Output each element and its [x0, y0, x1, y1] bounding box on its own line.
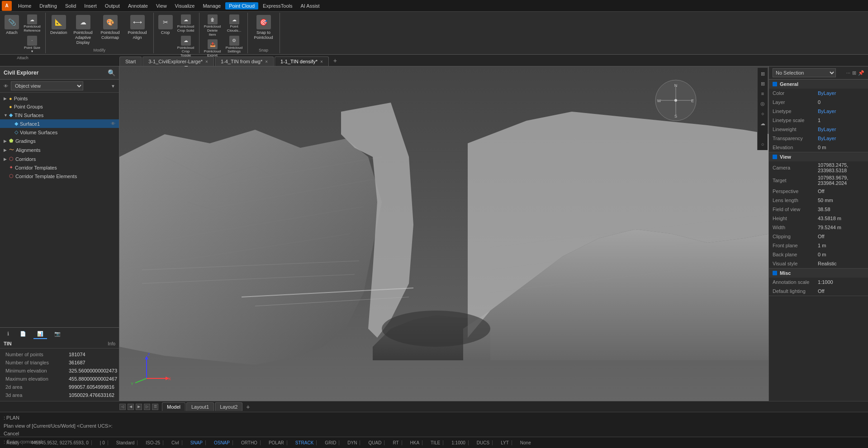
bottom-tab-doc[interactable]: 📄 — [16, 330, 30, 339]
status-quad[interactable]: QUAD — [365, 440, 384, 445]
tool-colormap[interactable]: 🎨 Pointcloud Colormap — [97, 14, 123, 42]
bottom-tab-info[interactable]: ℹ — [4, 330, 13, 339]
layout-ctrl-page[interactable]: ☰ — [152, 404, 158, 410]
tree-item-corridors[interactable]: ▶ ⬡ Corridors — [0, 155, 119, 163]
tool-align[interactable]: ⟷ Pointcloud Align — [124, 14, 151, 42]
misc-section-header[interactable]: Misc — [769, 269, 868, 278]
layout-tab-layout1[interactable]: Layout1 — [186, 402, 214, 411]
tool-btn-6[interactable]: ☁ — [759, 119, 767, 127]
status-civl[interactable]: Civl — [169, 440, 182, 445]
status-snap[interactable]: SNAP — [188, 440, 206, 445]
tree-item-volume-surfaces[interactable]: ◇ Volume Surfaces — [0, 128, 119, 137]
menu-annotate[interactable]: Annotate — [124, 2, 152, 9]
tool-crop-toggle[interactable]: ☁ Pointcloud Crop Toggle — [175, 35, 196, 59]
viewport[interactable]: N S W E Z X Y — [119, 66, 768, 401]
tool-pointcloud-ref[interactable]: ☁ Pointcloud Reference — [22, 14, 43, 34]
tree-item-alignments[interactable]: ▶ 〜 Alignments — [0, 145, 119, 155]
status-grid[interactable]: GRID — [322, 440, 339, 445]
tree-item-corridor-template-elements[interactable]: ⬡ Corridor Template Elements — [0, 172, 119, 180]
status-ducs[interactable]: DUCS — [474, 440, 493, 445]
layout-ctrl-prev[interactable]: ◁ — [119, 404, 126, 410]
status-standard[interactable]: Standard — [114, 440, 138, 445]
tool-crop[interactable]: ✂ Crop — [157, 14, 175, 37]
tool-btn-1[interactable]: ⊞ — [759, 70, 767, 78]
svg-point-31 — [674, 99, 677, 102]
tool-btn-5[interactable]: ⟐ — [759, 109, 767, 118]
layout-tab-model[interactable]: Model — [162, 402, 185, 411]
menu-aiassist[interactable]: AI Assist — [297, 2, 323, 9]
layout-ctrl-prev2[interactable]: ◀ — [128, 404, 134, 410]
general-section-header[interactable]: General — [769, 80, 868, 89]
tool-btn-7[interactable]: ○ — [759, 140, 767, 148]
tool-delete-item[interactable]: 🗑 Pointcloud Delete Item — [202, 14, 223, 38]
max-elevation-label: Maximum elevation — [5, 376, 69, 382]
tool-point-clouds[interactable]: ☁ Point Clouds... — [224, 14, 245, 34]
status-rt[interactable]: RT — [390, 440, 402, 445]
status-tile[interactable]: TILE — [428, 440, 443, 445]
tab-tin-densify[interactable]: 1-1_TIN densify* × — [275, 57, 329, 66]
menu-pointcloud[interactable]: Point Cloud — [225, 2, 258, 9]
tool-btn-2[interactable]: ⊞ — [759, 80, 767, 88]
ribbon-tools-modify: 📐 Deviation ☁ Pointcloud Adaptive Displa… — [48, 14, 151, 47]
status-strack[interactable]: STRACK — [293, 440, 317, 445]
ribbon-group-modify: 📐 Deviation ☁ Pointcloud Adaptive Displa… — [46, 13, 154, 53]
view-dropdown-icon[interactable]: ▼ — [111, 84, 115, 89]
layout-ctrl-next[interactable]: ▶ — [136, 404, 142, 410]
bottom-tab-camera[interactable]: 📷 — [51, 330, 64, 339]
menu-expresstools[interactable]: ExpressTools — [259, 2, 296, 9]
tree-item-point-groups[interactable]: ● Point Groups — [0, 103, 119, 111]
layout-ctrl-next2[interactable]: ▷ — [144, 404, 150, 410]
layout-tab-add[interactable]: + — [243, 403, 252, 410]
menu-manage[interactable]: Manage — [199, 2, 224, 9]
tool-adaptive-display[interactable]: ☁ Pointcloud Adaptive Display — [70, 14, 96, 46]
surface1-visibility-icon[interactable]: 👁 — [111, 121, 115, 126]
tool-crop-solid[interactable]: ☁ Pointcloud Crop Solid — [175, 14, 196, 34]
point-size-icon: · — [27, 36, 37, 46]
explorer-search-button[interactable]: 🔍 — [108, 69, 115, 76]
tree-item-tin-surfaces[interactable]: ▼ ◆ TIN Surfaces — [0, 111, 119, 119]
status-dyn[interactable]: DYN — [345, 440, 360, 445]
tool-point-size[interactable]: · Point Size ▾ — [22, 35, 43, 55]
tree-item-points[interactable]: ▶ ● Points — [0, 94, 119, 103]
menu-insert[interactable]: Insert — [81, 2, 100, 9]
tab-tin-densify-close[interactable]: × — [320, 59, 323, 64]
bottom-tab-chart[interactable]: 📊 — [33, 330, 47, 339]
right-panel-expand-btn[interactable]: ⊞ — [852, 70, 856, 76]
selection-dropdown[interactable]: No Selection — [773, 68, 836, 77]
menu-home[interactable]: Home — [14, 2, 35, 9]
tool-export[interactable]: 📤 Pointcloud Export — [202, 38, 223, 59]
status-scale[interactable]: 1:1000 — [449, 440, 469, 445]
layout-tab-layout2[interactable]: Layout2 — [215, 402, 242, 411]
tab-civil-explorer-close[interactable]: × — [205, 59, 208, 64]
status-hka[interactable]: HKA — [408, 440, 423, 445]
tool-btn-4[interactable]: ◎ — [759, 99, 767, 108]
tab-civil-explorer[interactable]: 3-1_CivilExplorer-Large* × — [142, 57, 214, 66]
menu-output[interactable]: Output — [101, 2, 123, 9]
right-panel-options-btn[interactable]: ··· — [846, 70, 850, 76]
right-panel-pin-btn[interactable]: 📌 — [858, 70, 864, 76]
tab-tin-dwg[interactable]: 1-4_TIN from dwg* × — [215, 57, 274, 66]
tool-settings[interactable]: ⚙ Pointcloud Settings — [224, 35, 245, 55]
menu-solid[interactable]: Solid — [62, 2, 80, 9]
object-view-select[interactable]: Object view — [11, 81, 83, 90]
menu-view[interactable]: View — [152, 2, 171, 9]
tab-add-button[interactable]: + — [330, 55, 341, 66]
tool-snap-to-pointcloud[interactable]: 🎯 Snap to Pointcloud — [251, 14, 277, 42]
tree-item-corridor-templates[interactable]: ✦ Corridor Templates — [0, 163, 119, 172]
status-lyt[interactable]: LYT — [498, 440, 512, 445]
menu-drafting[interactable]: Drafting — [36, 2, 61, 9]
status-polar[interactable]: POLAR — [266, 440, 287, 445]
menu-visualize[interactable]: Visualize — [171, 2, 199, 9]
tool-btn-3[interactable]: ≡ — [759, 90, 767, 98]
tool-attach[interactable]: 📎 Attach — [3, 14, 21, 37]
status-osnap[interactable]: OSNAP — [211, 440, 233, 445]
tree-item-surface1[interactable]: ◆ Surface1 👁 — [0, 119, 119, 128]
tool-deviation[interactable]: 📐 Deviation — [48, 14, 69, 37]
view-section-header[interactable]: View — [769, 152, 868, 161]
status-iso[interactable]: ISO-25 — [143, 440, 163, 445]
status-ortho[interactable]: ORTHO — [238, 440, 261, 445]
tree-item-gradings[interactable]: ▶ ⬟ Gradings — [0, 137, 119, 145]
tin-info-button[interactable]: Info — [108, 341, 115, 346]
tab-tin-dwg-close[interactable]: × — [265, 59, 268, 64]
tab-start[interactable]: Start — [119, 57, 142, 66]
